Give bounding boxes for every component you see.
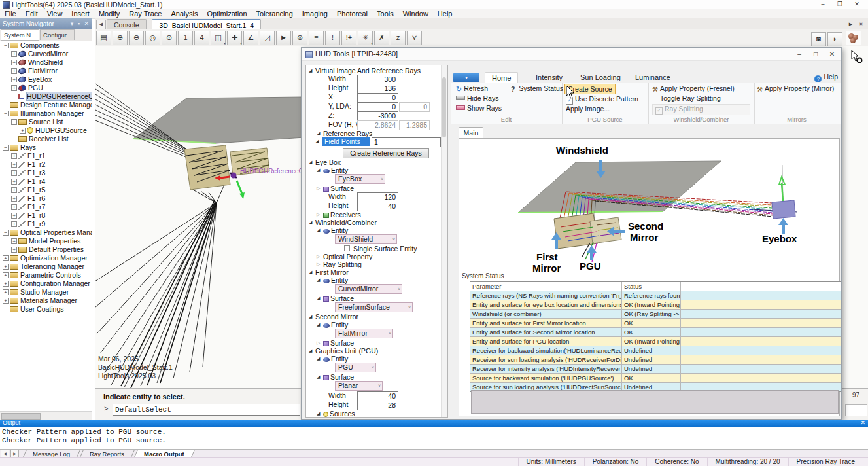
prop-section-graphics-unit-pgu[interactable]: ◢Graphics Unit (PGU) — [306, 347, 442, 355]
zoom-out-button[interactable]: ⊖ — [129, 31, 144, 45]
menu-window[interactable]: Window — [398, 9, 433, 18]
prop-section-surface[interactable]: ◢Surface — [306, 373, 442, 381]
help-button[interactable]: ?Help — [814, 73, 838, 82]
move-tool-button[interactable]: ✚▾ — [227, 31, 242, 45]
ribbon-file-button[interactable]: ▾ — [453, 73, 479, 82]
prop-checkbox-single-surface-entity[interactable]: Single Surface Entity — [306, 245, 442, 253]
prop-field-value2[interactable]: 0 — [399, 102, 430, 112]
tree-item-illumination-manager[interactable]: −Illumination Manager — [0, 109, 92, 118]
prop-field-value[interactable]: 28 — [357, 401, 398, 410]
tree-item-hudpgusource[interactable]: +HUDPGUSource — [0, 126, 92, 135]
pin-icon[interactable]: ▪ — [78, 20, 81, 27]
table-row[interactable]: Entity and surface for PGU locationOK (I… — [470, 336, 841, 346]
ray-splitting-checkbox[interactable]: ✓Ray Splitting — [652, 104, 750, 115]
properties-scrollbar[interactable] — [441, 65, 447, 417]
dropdown-eyebox[interactable]: EyeBox˅ — [335, 174, 385, 184]
menu-imaging[interactable]: Imaging — [298, 9, 332, 18]
single-view-button[interactable]: 1 — [178, 31, 193, 45]
windshield-plane[interactable] — [133, 97, 304, 143]
tree-item-configuration-manager[interactable]: +Configuration Manager — [0, 279, 92, 288]
collapse-icon[interactable]: − — [3, 43, 9, 48]
expand-icon[interactable]: + — [11, 213, 17, 219]
prop-field-value[interactable]: 40 — [357, 202, 398, 211]
ray-pick-tool-button[interactable]: ◿ — [260, 31, 275, 45]
navigator-hscrollbar[interactable] — [0, 411, 92, 420]
restore-button[interactable]: ❐ — [831, 0, 848, 9]
dropdown-caret-icon[interactable]: ▾ — [371, 41, 373, 45]
dialog-minimize-button[interactable]: – — [791, 49, 807, 59]
tree-item-f1-r1[interactable]: +F1_r1 — [0, 152, 92, 160]
prop-section-reference-rays[interactable]: ◢Reference Rays — [306, 130, 442, 137]
tree-item-model-properties[interactable]: +Model Properties — [0, 237, 92, 245]
prop-section-entity[interactable]: ◢Entity — [306, 226, 442, 234]
prop-section-entity[interactable]: ◢Entity — [306, 276, 442, 284]
dropdown-flatmirror[interactable]: FlatMirror˅ — [335, 329, 393, 338]
collapse-icon[interactable]: ◢ — [317, 278, 320, 283]
lens-tool-button[interactable]: ⊛ — [292, 31, 307, 45]
collapse-icon[interactable]: ◢ — [317, 411, 320, 416]
collapse-icon[interactable]: ◢ — [315, 139, 319, 144]
prop-field-value[interactable]: 120 — [357, 192, 398, 202]
tab-scroll-right[interactable]: ▶ — [846, 20, 855, 29]
menu-ray-trace[interactable]: Ray Trace — [124, 9, 166, 18]
tree-item-studio-manager[interactable]: +Studio Manager — [0, 288, 92, 296]
lens-display-button[interactable]: ◗ — [827, 32, 842, 46]
prop-section-second-mirror[interactable]: ◢Second Mirror — [306, 313, 442, 321]
prop-field-value[interactable]: 0 — [357, 93, 398, 103]
tree-item-components[interactable]: −Components — [0, 41, 92, 50]
prop-field-value[interactable]: -3000 — [357, 111, 398, 121]
table-row[interactable]: Receiver for sun loading analysis ('HUDR… — [470, 355, 841, 364]
tree-item-eyebox[interactable]: +EyeBox — [0, 75, 92, 84]
first-mirror-panel[interactable] — [184, 145, 230, 190]
expand-icon[interactable]: + — [20, 128, 26, 134]
expand-icon[interactable]: + — [11, 85, 17, 91]
prop-section-surface[interactable]: ◢Surface — [306, 295, 442, 302]
expand-icon[interactable]: ▷ — [317, 212, 320, 217]
tree-item-hudpgureferencecoord[interactable]: HUDPGUReferenceCoord — [0, 92, 92, 101]
expand-icon[interactable]: + — [11, 221, 17, 227]
dropdown-pgu[interactable]: PGU˅ — [335, 363, 376, 372]
prop-field-value[interactable]: 40 — [357, 391, 398, 401]
system-status-button[interactable]: ? System Status — [511, 84, 563, 93]
tab-close[interactable]: ✕ — [857, 20, 865, 29]
expand-icon[interactable]: + — [11, 68, 17, 74]
collapse-icon[interactable]: ◢ — [309, 270, 312, 275]
prop-field-value[interactable]: 2.8624 — [357, 120, 398, 130]
expand-icon[interactable]: + — [11, 170, 17, 176]
expand-icon[interactable]: + — [3, 281, 9, 287]
expand-icon[interactable]: + — [11, 204, 17, 210]
column-header-parameter[interactable]: Parameter — [470, 282, 622, 291]
ribbon-tab-intensity[interactable]: Intensity — [529, 72, 569, 83]
tree-item-f1-r3[interactable]: +F1_r3 — [0, 169, 92, 177]
apply-property-fresnel-button[interactable]: ⚒Apply Property (Fresnel) — [652, 84, 735, 93]
panel-close-icon[interactable]: ✕ — [84, 20, 90, 27]
refresh-button[interactable]: ↻Refresh — [456, 84, 488, 94]
table-row[interactable]: Entity and surface for Second Mirror loc… — [470, 327, 841, 336]
prop-field-value2[interactable]: 1.2985 — [399, 120, 430, 130]
table-row[interactable]: Reference rays (NS Rays with naming conv… — [470, 291, 841, 300]
tree-item-f1-r8[interactable]: +F1_r8 — [0, 211, 92, 220]
trace-add-button[interactable]: !+ — [341, 31, 356, 45]
expand-icon[interactable]: + — [11, 153, 17, 159]
scroll-thumb[interactable] — [1, 413, 41, 420]
trace-current-button[interactable]: ! — [325, 31, 340, 45]
table-row[interactable]: Receiver for backward simulation('HUDLum… — [470, 346, 841, 355]
expand-icon[interactable]: ▷ — [317, 262, 320, 267]
collapse-icon[interactable]: ◢ — [317, 168, 320, 173]
tree-item-f1-r6[interactable]: +F1_r6 — [0, 194, 92, 203]
tree-item-f1-r2[interactable]: +F1_r2 — [0, 160, 92, 169]
collapse-icon[interactable]: ◢ — [309, 348, 312, 353]
expand-icon[interactable]: + — [3, 272, 9, 278]
expand-icon[interactable]: + — [11, 196, 17, 202]
menu-file[interactable]: File — [0, 9, 21, 18]
tree-item-optimization-manager[interactable]: +Optimization Manager — [0, 254, 92, 262]
expand-icon[interactable]: + — [11, 179, 17, 185]
prop-section-virtual-image-and-reference-rays[interactable]: ◢Virtual Image And Reference Rays — [306, 67, 442, 75]
prop-section-sources[interactable]: ◢Sources — [306, 410, 442, 418]
tree-item-f1-r7[interactable]: +F1_r7 — [0, 203, 92, 211]
tree-item-materials-manager[interactable]: +Materials Manager — [0, 296, 92, 305]
prop-field-value[interactable]: 0 — [357, 102, 398, 112]
close-button[interactable]: ✕ — [848, 0, 865, 9]
collapse-icon[interactable]: − — [3, 145, 9, 151]
table-row[interactable]: Source for backward simulation ('HUDPGUS… — [470, 373, 841, 382]
